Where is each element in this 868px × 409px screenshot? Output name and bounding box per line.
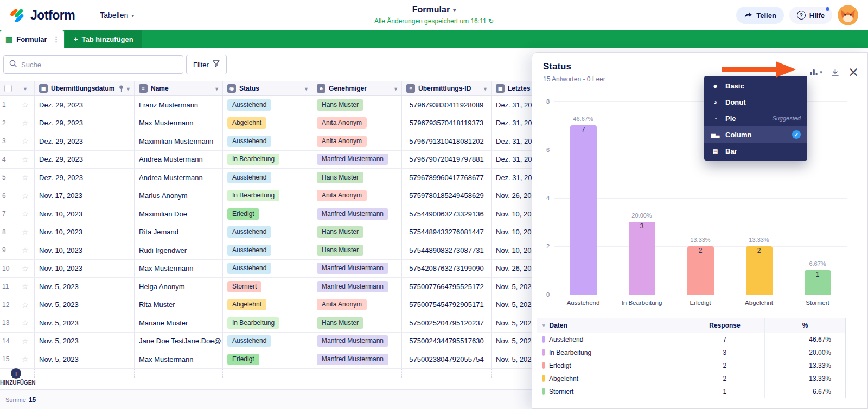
close-panel-button[interactable]: × (848, 66, 859, 79)
cell-date[interactable]: Nov. 5, 2023 (35, 333, 135, 350)
cell-status[interactable]: In Bearbeitung (223, 314, 312, 332)
chevron-down-icon[interactable]: ▾ (394, 86, 397, 92)
cell-name[interactable]: Max Mustermann (135, 260, 223, 278)
cell-status[interactable]: Ausstehend (223, 132, 312, 150)
jotform-logo[interactable]: Jotform (10, 6, 75, 24)
cell-approver[interactable]: Anita Anonym (312, 187, 402, 205)
cell-date[interactable]: Nov. 10, 2023 (35, 223, 135, 241)
cell-status[interactable]: Erledigt (223, 350, 312, 368)
column-header-status[interactable]: ◉Status▾ (223, 81, 312, 95)
cell-date[interactable]: Nov. 5, 2023 (35, 314, 135, 332)
search-input[interactable] (21, 61, 177, 69)
cell-date[interactable]: Nov. 5, 2023 (35, 350, 135, 368)
cell-submission-id[interactable]: 5796793830411928089 (402, 96, 492, 114)
tab-formular[interactable]: ▦ Formular ⋮ (0, 30, 64, 48)
filter-button[interactable]: Filter (186, 55, 227, 74)
menu-item-basic[interactable]: ☻Basic (704, 78, 807, 94)
cell-name[interactable]: Helga Anonym (135, 278, 223, 296)
star-icon[interactable]: ☆ (16, 169, 35, 187)
add-tab-button[interactable]: + Tab hinzufügen (65, 30, 142, 48)
chevron-down-icon[interactable]: ▾ (127, 86, 130, 92)
summary-row[interactable]: Abgelehnt213.33% (537, 372, 845, 385)
cell-date[interactable]: Nov. 10, 2023 (35, 241, 135, 259)
cell-name[interactable]: Jane Doe TestJane.Doe@... (135, 333, 223, 350)
cell-submission-id[interactable]: 5750025204795120237 (402, 314, 492, 332)
cell-approver[interactable]: Hans Muster (312, 314, 402, 332)
column-header-uebermittlungsdatum[interactable]: ▦Übermittlungsdatum▾ (35, 81, 135, 95)
select-all-checkbox[interactable] (4, 85, 12, 92)
cell-name[interactable]: Maximilian Mustermann (135, 132, 223, 150)
cell-status[interactable]: Ausstehend (223, 96, 312, 114)
help-button[interactable]: ? Hilfe (789, 7, 832, 24)
new-row-cell[interactable] (312, 369, 402, 378)
cell-status[interactable]: In Bearbeitung (223, 187, 312, 205)
form-title-dropdown[interactable]: Formular ▾ (374, 5, 494, 15)
cell-submission-id[interactable]: 5796790720419797881 (402, 151, 492, 169)
cell-submission-id[interactable]: 5796789960417768677 (402, 169, 492, 187)
menu-item-column[interactable]: ▅▃Column✓ (704, 126, 807, 143)
star-icon[interactable]: ☆ (16, 223, 35, 241)
cell-approver[interactable]: Anita Anonym (312, 296, 402, 314)
cell-submission-id[interactable]: 5754489083273087731 (402, 241, 492, 259)
new-row-cell[interactable] (223, 369, 312, 378)
cell-name[interactable]: Andrea Mustermann (135, 151, 223, 169)
cell-status[interactable]: In Bearbeitung (223, 151, 312, 169)
chevron-down-icon[interactable]: ▾ (305, 86, 308, 92)
cell-name[interactable]: Rita Jemand (135, 223, 223, 241)
cell-name[interactable]: Andrea Mustermann (135, 169, 223, 187)
cell-submission-id[interactable]: 5750077664795525172 (402, 278, 492, 296)
expand-all-cell[interactable]: ▾ (16, 81, 35, 95)
star-icon[interactable]: ☆ (16, 132, 35, 150)
star-icon[interactable]: ☆ (16, 96, 35, 114)
cell-approver[interactable]: Anita Anonym (312, 114, 402, 132)
star-icon[interactable]: ☆ (16, 333, 35, 350)
new-row-cell[interactable] (402, 369, 492, 378)
star-icon[interactable]: ☆ (16, 187, 35, 205)
star-icon[interactable]: ☆ (16, 151, 35, 169)
cell-status[interactable]: Ausstehend (223, 223, 312, 241)
cell-date[interactable]: Dez. 29, 2023 (35, 169, 135, 187)
tab-options-icon[interactable]: ⋮ (53, 35, 60, 43)
summary-row[interactable]: In Bearbeitung320.00% (537, 346, 845, 359)
cell-date[interactable]: Nov. 10, 2023 (35, 260, 135, 278)
star-icon[interactable]: ☆ (16, 314, 35, 332)
cell-submission-id[interactable]: 5796791310418081202 (402, 132, 492, 150)
chart-type-button[interactable]: ▾ (810, 68, 822, 76)
cell-approver[interactable]: Hans Muster (312, 223, 402, 241)
cell-date[interactable]: Dez. 29, 2023 (35, 114, 135, 132)
share-button[interactable]: Teilen (736, 7, 784, 24)
new-row-strip[interactable] (0, 369, 614, 378)
chevron-down-icon[interactable]: ▾ (484, 86, 487, 92)
menu-item-bar[interactable]: ▤Bar (704, 143, 807, 159)
column-header-uebermittlungs-id[interactable]: #Übermittlungs-ID▾ (402, 81, 492, 95)
cell-submission-id[interactable]: 5759780185249458629 (402, 187, 492, 205)
cell-date[interactable]: Nov. 10, 2023 (35, 205, 135, 223)
cell-date[interactable]: Nov. 17, 2023 (35, 187, 135, 205)
cell-date[interactable]: Nov. 5, 2023 (35, 278, 135, 296)
cell-status[interactable]: Abgelehnt (223, 114, 312, 132)
cell-approver[interactable]: Manfred Mustermann (312, 350, 402, 368)
summary-row[interactable]: Erledigt213.33% (537, 359, 845, 372)
cell-approver[interactable]: Manfred Mustermann (312, 333, 402, 350)
cell-status[interactable]: Ausstehend (223, 333, 312, 350)
refresh-icon[interactable]: ↻ (488, 17, 494, 25)
cell-submission-id[interactable]: 5750024344795517630 (402, 333, 492, 350)
cell-name[interactable]: Mariane Muster (135, 314, 223, 332)
cell-name[interactable]: Franz Mustermann (135, 96, 223, 114)
column-header-name[interactable]: ≡Name▾ (135, 81, 223, 95)
cell-approver[interactable]: Manfred Mustermann (312, 205, 402, 223)
bar-group[interactable]: 20.00%3 (612, 101, 671, 295)
column-header-genehmiger[interactable]: ☻Genehmiger▾ (312, 81, 402, 95)
star-icon[interactable]: ☆ (16, 260, 35, 278)
cell-status[interactable]: Abgelehnt (223, 296, 312, 314)
cell-submission-id[interactable]: 5796793570418119373 (402, 114, 492, 132)
cell-approver[interactable]: Hans Muster (312, 169, 402, 187)
bar-group[interactable]: 46.67%7 (554, 101, 612, 295)
new-row-cell[interactable] (135, 369, 223, 378)
new-row-cell[interactable] (35, 369, 135, 378)
summary-row[interactable]: Ausstehend746.67% (537, 333, 845, 346)
cell-name[interactable]: Max Mustermann (135, 114, 223, 132)
cell-approver[interactable]: Anita Anonym (312, 132, 402, 150)
cell-approver[interactable]: Hans Muster (312, 96, 402, 114)
cell-date[interactable]: Dez. 29, 2023 (35, 132, 135, 150)
